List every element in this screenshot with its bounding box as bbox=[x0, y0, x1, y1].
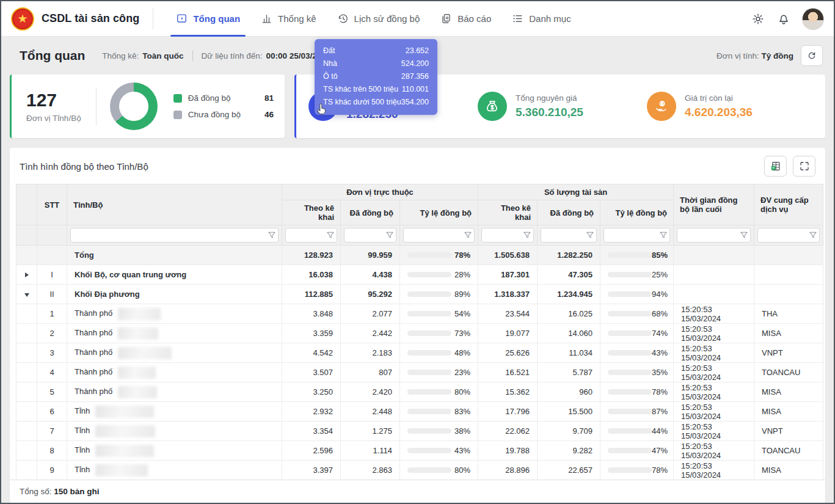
mouse-cursor-hand bbox=[315, 102, 330, 117]
units-label: Đơn vị Tỉnh/Bộ bbox=[26, 114, 81, 123]
progress-bar bbox=[407, 467, 451, 473]
refresh-icon bbox=[807, 51, 817, 60]
footer-label: Tổng số: bbox=[20, 487, 52, 496]
u-declared-cell: 3.359 bbox=[282, 324, 341, 343]
filter-box-a_synced bbox=[541, 228, 597, 243]
tooltip-value: 524.200 bbox=[401, 57, 429, 70]
notifications-button[interactable] bbox=[776, 12, 791, 26]
expand-cell bbox=[16, 324, 37, 343]
last-sync-header: Thời gian đồng bộ lần cuối bbox=[674, 184, 754, 225]
last-sync-cell: 15:20:53 15/03/2024 bbox=[674, 382, 754, 402]
app-title: CSDL tài sản công bbox=[42, 12, 139, 25]
name-prefix: Tỉnh bbox=[75, 465, 90, 474]
star-icon: ★ bbox=[12, 9, 33, 29]
report-icon bbox=[440, 13, 452, 24]
tab-danh-muc[interactable]: Danh mục bbox=[501, 1, 581, 37]
total-cost-stat: Tổng nguyên giá 5.360.210,25 bbox=[478, 92, 647, 121]
rate-cell: 80% bbox=[400, 461, 478, 480]
progress-percent: 74% bbox=[652, 329, 668, 338]
filter-box-u_synced bbox=[344, 228, 396, 243]
rate-cell: 73% bbox=[400, 324, 478, 343]
tab-tong-quan[interactable]: Tổng quan bbox=[166, 1, 250, 37]
progress-bar bbox=[407, 448, 451, 453]
export-excel-button[interactable] bbox=[764, 156, 787, 177]
expand-cell bbox=[16, 422, 37, 441]
sync-donut-chart bbox=[110, 82, 158, 130]
last-sync-cell: 15:20:53 15/03/2024 bbox=[674, 441, 754, 461]
settings-button[interactable] bbox=[751, 12, 765, 26]
user-avatar[interactable] bbox=[802, 8, 824, 30]
units-synced-header: Đã đồng bộ bbox=[341, 200, 400, 225]
expand-cell bbox=[16, 304, 37, 324]
overview-icon bbox=[176, 13, 188, 24]
a-synced-cell: 9.282 bbox=[538, 441, 600, 461]
national-emblem-logo: ★ bbox=[11, 7, 34, 31]
excel-icon bbox=[770, 161, 781, 172]
province-name-cell: Tỉnh bbox=[67, 461, 282, 480]
scope-meta: Thống kê: Toàn quốc bbox=[102, 51, 183, 60]
tab-bao-cao[interactable]: Báo cáo bbox=[430, 1, 501, 37]
u-declared-cell: 3.397 bbox=[282, 461, 341, 480]
chevron-down-icon bbox=[24, 293, 29, 297]
rate-cell: 89% bbox=[400, 285, 478, 304]
tooltip-value: 23.652 bbox=[406, 45, 429, 57]
rate-cell: 78% bbox=[600, 461, 674, 480]
name-prefix: Thành phố bbox=[75, 348, 112, 357]
progress-percent: 47% bbox=[652, 446, 668, 455]
fullscreen-button[interactable] bbox=[793, 156, 815, 177]
progress-bar bbox=[608, 467, 652, 473]
filter-funnel-icon bbox=[523, 231, 531, 239]
table-row: 2Thành phố 3.3592.442 73%19.07714.060 74… bbox=[16, 324, 823, 343]
progress-bar bbox=[407, 311, 451, 316]
redacted-name bbox=[118, 347, 172, 359]
stt-cell: II bbox=[37, 285, 67, 304]
progress-bar bbox=[608, 272, 652, 277]
table-row: 4Thành phố 3.507807 23%16.5215.787 35%15… bbox=[16, 363, 823, 382]
expand-toggle[interactable] bbox=[16, 265, 37, 285]
not-synced-swatch bbox=[173, 111, 182, 119]
expand-toggle[interactable] bbox=[16, 285, 37, 304]
tooltip-row: Ô tô 287.356 bbox=[323, 70, 429, 83]
progress-percent: 23% bbox=[454, 368, 470, 377]
progress-bar bbox=[407, 252, 451, 258]
u-declared-cell: 2.596 bbox=[282, 441, 341, 461]
provider-header: ĐV cung cấp dịch vụ bbox=[754, 184, 823, 225]
table-row: 8Tỉnh 2.5961.114 43%19.7889.282 47%15:20… bbox=[16, 441, 823, 461]
filter-input-name[interactable] bbox=[71, 228, 278, 242]
total-cost-label: Tổng nguyên giá bbox=[516, 93, 583, 103]
legend-not-synced: Chưa đồng bộ 46 bbox=[173, 110, 274, 119]
u-synced-cell: 95.292 bbox=[341, 285, 400, 304]
progress-percent: 43% bbox=[454, 446, 470, 455]
rate-cell: 74% bbox=[600, 324, 674, 343]
tab-lich-su-dong-bo[interactable]: Lịch sử đồng bộ bbox=[327, 1, 431, 37]
progress-percent: 87% bbox=[652, 407, 668, 416]
tab-thong-ke[interactable]: Thống kê bbox=[250, 1, 327, 37]
progress-bar bbox=[608, 448, 652, 453]
progress-bar bbox=[407, 272, 451, 277]
progress-percent: 80% bbox=[454, 387, 470, 396]
legend-label: Chưa đồng bộ bbox=[188, 110, 241, 119]
filter-cell-name bbox=[67, 225, 282, 246]
provider-cell: VNPT bbox=[754, 422, 823, 441]
progress-percent: 89% bbox=[454, 290, 470, 299]
refresh-button[interactable] bbox=[801, 45, 823, 66]
last-sync-cell: 15:20:53 15/03/2024 bbox=[674, 304, 754, 324]
footer-value: 150 bản ghi bbox=[54, 487, 99, 496]
filter-funnel-icon bbox=[464, 231, 472, 239]
assets-synced-header: Đã đồng bộ bbox=[538, 200, 600, 225]
progress-bar bbox=[608, 370, 652, 375]
sync-status-panel: Tình hình đồng bộ theo Tỉnh/Bộ STT Tỉnh/… bbox=[10, 148, 825, 504]
unit-value: Tỷ đồng bbox=[762, 51, 794, 60]
tooltip-row: Đất 23.652 bbox=[323, 45, 429, 57]
stt-cell: 6 bbox=[37, 402, 67, 422]
u-synced-cell: 2.863 bbox=[341, 461, 400, 480]
a-declared-cell: 1.318.337 bbox=[478, 285, 538, 304]
progress-percent: 78% bbox=[652, 466, 668, 475]
rate-cell: 47% bbox=[600, 441, 674, 461]
tooltip-label: Nhà bbox=[323, 57, 337, 70]
u-declared-cell: 16.038 bbox=[282, 265, 341, 285]
filter-cell-expand bbox=[16, 225, 37, 246]
filter-funnel-icon bbox=[268, 231, 276, 239]
divider bbox=[96, 87, 97, 125]
filter-cell-u_declared bbox=[282, 225, 341, 246]
